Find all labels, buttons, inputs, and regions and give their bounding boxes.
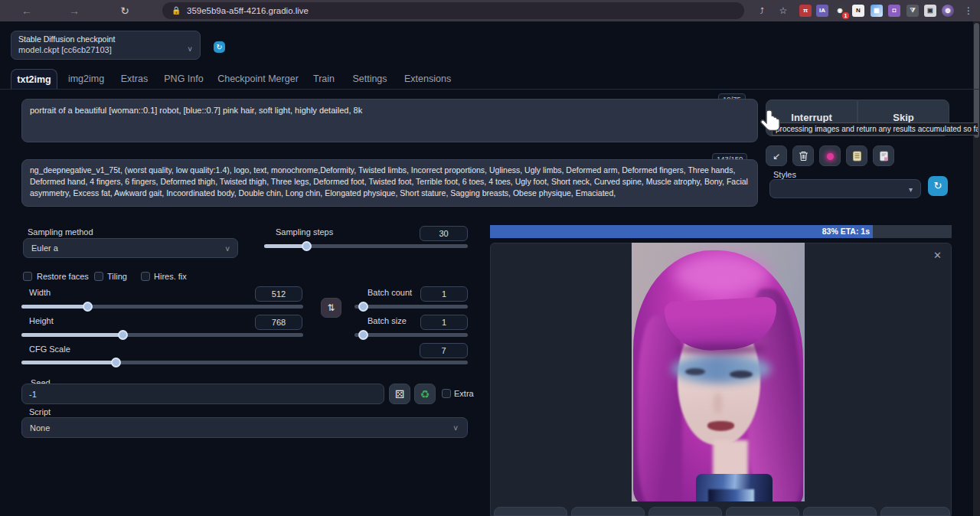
swap-dimensions-button[interactable]: ⇅ bbox=[321, 298, 341, 318]
address-bar[interactable]: 🔒 359e5b9a-a5ff-4216.gradio.live bbox=[162, 2, 744, 19]
browser-toolbar: ← → ↻ 🔒 359e5b9a-a5ff-4216.gradio.live ⤴… bbox=[0, 0, 980, 21]
extension-icon[interactable]: N bbox=[852, 5, 864, 17]
trash-icon bbox=[799, 151, 808, 162]
page-scrollbar[interactable] bbox=[973, 21, 980, 516]
back-icon[interactable]: ← bbox=[18, 2, 35, 19]
close-icon[interactable]: ✕ bbox=[933, 250, 942, 261]
tab-png-info[interactable]: PNG Info bbox=[162, 69, 205, 89]
batch-count-slider[interactable] bbox=[354, 305, 468, 309]
height-label: Height bbox=[29, 316, 54, 325]
save-card-icon bbox=[879, 151, 889, 162]
dice-icon: ⚄ bbox=[395, 388, 404, 400]
send-to-inpaint-button[interactable] bbox=[648, 507, 722, 516]
apply-styles-button[interactable] bbox=[846, 145, 867, 166]
tab-img2img[interactable]: img2img bbox=[65, 69, 107, 89]
paste-params-button[interactable]: ↙ bbox=[766, 145, 787, 166]
seed-extra-checkbox[interactable] bbox=[442, 389, 451, 398]
cfg-scale-handle[interactable] bbox=[111, 358, 121, 367]
send-to-img2img-button[interactable] bbox=[571, 507, 645, 516]
progress-text: 83% ETA: 1s bbox=[812, 225, 870, 238]
save-style-button[interactable] bbox=[873, 145, 894, 166]
tab-settings[interactable]: Settings bbox=[350, 69, 390, 89]
extension-glyph: ◘ bbox=[893, 7, 897, 14]
clear-prompt-button[interactable] bbox=[792, 145, 814, 166]
open-folder-button[interactable] bbox=[803, 507, 877, 516]
height-value[interactable]: 768 bbox=[255, 315, 302, 330]
negative-prompt-input[interactable]: ng_deepnegative_v1_75t, (worst quality, … bbox=[21, 159, 758, 207]
hires-fix-label: Hires. fix bbox=[154, 272, 187, 281]
extension-glyph: N bbox=[856, 7, 861, 14]
sampling-steps-handle[interactable] bbox=[302, 241, 312, 251]
checkpoint-dropdown[interactable]: Stable Diffusion checkpoint model.ckpt [… bbox=[11, 31, 201, 60]
scrollbar-thumb[interactable] bbox=[974, 23, 979, 138]
reuse-seed-button[interactable]: ♻ bbox=[414, 384, 436, 404]
batch-size-label: Batch size bbox=[368, 316, 407, 325]
tiling-label: Tiling bbox=[107, 272, 127, 281]
left-eye bbox=[685, 368, 705, 375]
refresh-styles-button[interactable]: ↻ bbox=[928, 176, 948, 196]
bookmark-star-icon[interactable]: ☆ bbox=[775, 2, 792, 19]
restore-faces-checkbox[interactable] bbox=[23, 272, 32, 281]
batch-count-handle[interactable] bbox=[358, 302, 368, 312]
slider-fill bbox=[21, 361, 116, 364]
lock-icon: 🔒 bbox=[172, 2, 181, 19]
script-dropdown[interactable]: None ˅ bbox=[21, 417, 468, 438]
tab-checkpoint-merger[interactable]: Checkpoint Merger bbox=[217, 69, 299, 89]
send-to-extras-button[interactable] bbox=[726, 507, 799, 516]
extension-icon[interactable]: ◉1 bbox=[834, 5, 846, 17]
notification-badge: 1 bbox=[842, 12, 849, 19]
slider-fill bbox=[264, 244, 306, 248]
sampling-steps-value[interactable]: 30 bbox=[420, 226, 468, 241]
batch-size-value[interactable]: 1 bbox=[420, 315, 468, 330]
recycle-icon: ♻ bbox=[420, 388, 430, 400]
tab-extras[interactable]: Extras bbox=[117, 69, 152, 89]
forward-icon[interactable]: → bbox=[66, 2, 83, 19]
refresh-checkpoints-button[interactable]: ↻ bbox=[214, 41, 225, 53]
batch-size-handle[interactable] bbox=[358, 330, 368, 340]
extension-icon[interactable]: ▦ bbox=[871, 5, 883, 17]
extension-glyph: IA bbox=[819, 7, 825, 14]
puzzle-extensions-icon[interactable]: ⧩ bbox=[906, 5, 919, 17]
tab-extensions[interactable]: Extensions bbox=[404, 69, 450, 89]
checkpoint-label: Stable Diffusion checkpoint bbox=[18, 34, 115, 44]
width-handle[interactable] bbox=[83, 302, 93, 312]
chevron-down-icon: ˅ bbox=[453, 424, 458, 433]
tab-txt2img[interactable]: txt2img bbox=[11, 69, 57, 89]
lips bbox=[707, 421, 734, 431]
prompt-input[interactable]: portrait of a beautiful [woman::0.1] rob… bbox=[21, 99, 758, 142]
extension-icon[interactable]: π bbox=[799, 5, 812, 17]
extra-networks-button[interactable] bbox=[819, 145, 841, 166]
width-value[interactable]: 512 bbox=[255, 286, 302, 302]
batch-count-value[interactable]: 1 bbox=[420, 286, 468, 302]
height-handle[interactable] bbox=[118, 330, 128, 340]
batch-size-slider[interactable] bbox=[354, 333, 468, 337]
extension-icon[interactable]: IA bbox=[816, 5, 828, 17]
extension-glyph: ⧩ bbox=[910, 7, 915, 14]
reload-icon[interactable]: ↻ bbox=[116, 2, 133, 19]
generated-image-preview[interactable] bbox=[632, 243, 805, 501]
random-seed-button[interactable]: ⚄ bbox=[389, 384, 410, 404]
bangs-shadow bbox=[676, 344, 766, 354]
save-button[interactable] bbox=[494, 507, 567, 516]
tab-train[interactable]: Train bbox=[311, 69, 337, 89]
profile-avatar[interactable]: ◍ bbox=[942, 5, 954, 17]
styles-label: Styles bbox=[773, 170, 796, 179]
zip-button[interactable] bbox=[880, 507, 950, 516]
seed-input[interactable]: -1 bbox=[21, 384, 384, 404]
hair-highlight bbox=[674, 255, 769, 295]
tiling-checkbox[interactable] bbox=[94, 272, 103, 281]
cfg-scale-value[interactable]: 7 bbox=[420, 343, 468, 358]
browser-menu-icon[interactable]: ⋮ bbox=[960, 2, 977, 19]
url-text: 359e5b9a-a5ff-4216.gradio.live bbox=[187, 2, 309, 19]
extension-glyph: π bbox=[803, 7, 808, 14]
slider-fill bbox=[21, 333, 123, 337]
extension-icon[interactable]: ▣ bbox=[924, 5, 936, 17]
sampling-method-dropdown[interactable]: Euler a ˅ bbox=[23, 238, 238, 258]
width-label: Width bbox=[29, 288, 51, 297]
extension-icon[interactable]: ◘ bbox=[888, 5, 900, 17]
hires-fix-checkbox[interactable] bbox=[141, 272, 150, 281]
styles-dropdown[interactable]: ▾ bbox=[769, 179, 921, 198]
share-icon[interactable]: ⤴ bbox=[753, 2, 770, 19]
chevron-down-icon: ˅ bbox=[225, 245, 230, 253]
sampling-method-label: Sampling method bbox=[28, 227, 93, 237]
